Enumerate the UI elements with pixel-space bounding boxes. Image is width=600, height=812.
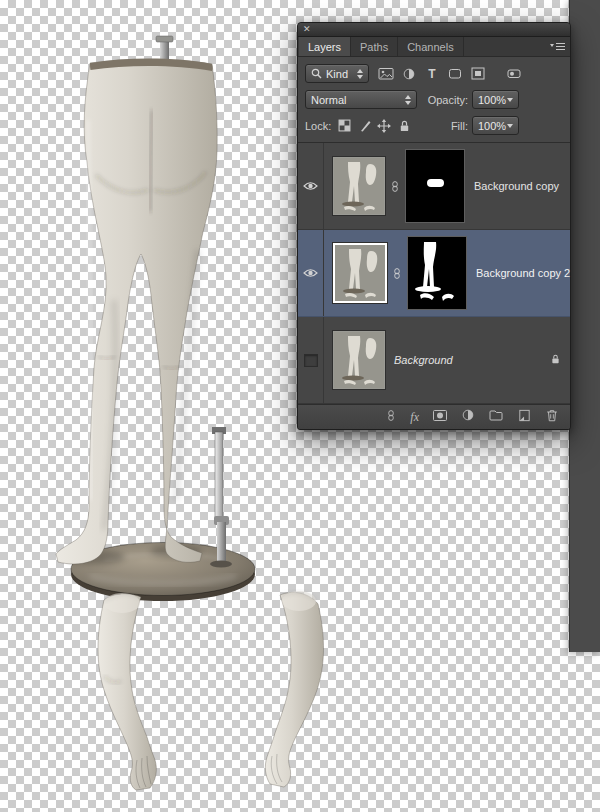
panel-menu-button[interactable]	[544, 37, 570, 56]
photoshop-canvas-area[interactable]: ✕ Layers Paths Channels	[0, 0, 600, 812]
lock-all-button[interactable]	[395, 116, 413, 135]
panel-tabs: Layers Paths Channels	[298, 37, 570, 57]
panel-bottom-bar: fx	[298, 404, 570, 429]
visibility-toggle[interactable]	[298, 317, 324, 403]
layer-style-button[interactable]: fx	[410, 410, 419, 425]
blend-mode-value: Normal	[311, 94, 346, 106]
layer-thumbnail[interactable]	[333, 157, 385, 215]
filter-type-buttons: T	[375, 64, 489, 83]
layer-thumbnail[interactable]	[333, 331, 385, 389]
panel-controls: Kind	[298, 57, 570, 143]
trash-icon	[545, 408, 559, 423]
tab-channels-label: Channels	[407, 41, 453, 53]
tab-layers[interactable]: Layers	[299, 37, 351, 56]
mask-link-toggle[interactable]	[385, 179, 405, 194]
eye-icon	[303, 268, 318, 278]
fill-label: Fill:	[421, 120, 468, 132]
lock-icon	[398, 119, 411, 133]
kind-dropdown-label: Kind	[326, 68, 348, 80]
blend-row: Normal Opacity: 100%	[305, 90, 563, 109]
layer-name: Background	[394, 354, 453, 366]
filter-switch-icon	[506, 66, 522, 81]
visibility-toggle[interactable]	[298, 230, 324, 316]
opacity-dropdown[interactable]: 100%	[472, 90, 519, 109]
layer-row-background-copy-2[interactable]: Background copy 2	[298, 230, 570, 317]
adjustment-circle-icon	[461, 408, 475, 422]
tab-paths[interactable]: Paths	[351, 37, 398, 56]
move-icon	[377, 119, 391, 133]
opacity-value: 100%	[478, 94, 506, 106]
lock-icon	[550, 353, 561, 365]
lock-label: Lock:	[305, 120, 335, 132]
lock-position-button[interactable]	[375, 116, 393, 135]
panel-titlebar[interactable]: ✕	[298, 23, 570, 37]
fill-dropdown[interactable]: 100%	[472, 116, 519, 135]
layer-thumbnail[interactable]	[333, 243, 387, 303]
type-icon: T	[428, 68, 435, 80]
blend-mode-dropdown[interactable]: Normal	[305, 90, 417, 109]
dropdown-arrow-icon	[507, 124, 513, 128]
dropdown-arrow-icon	[507, 98, 513, 102]
filter-pixel-layers-button[interactable]	[375, 64, 397, 83]
tab-channels[interactable]: Channels	[398, 37, 463, 56]
search-icon	[311, 68, 322, 79]
updown-arrows-icon	[405, 95, 411, 105]
adjustment-circle-icon	[402, 67, 416, 81]
chain-link-icon	[391, 266, 403, 281]
mannequin-arm-left	[98, 593, 156, 790]
lock-buttons	[335, 116, 417, 135]
add-mask-button[interactable]	[432, 408, 448, 427]
filter-type-layers-button[interactable]: T	[421, 64, 443, 83]
mannequin-arm-right	[265, 591, 323, 787]
layer-mask-thumbnail[interactable]	[407, 236, 467, 310]
layer-name: Background copy 2	[476, 267, 570, 279]
folder-icon	[488, 408, 504, 422]
lock-pixels-button[interactable]	[355, 116, 373, 135]
filter-row: Kind	[305, 64, 563, 83]
layer-locked-indicator	[550, 351, 561, 369]
lock-transparency-button[interactable]	[335, 116, 353, 135]
panel-menu-icon	[550, 42, 565, 52]
new-group-button[interactable]	[488, 408, 504, 426]
mask-link-toggle[interactable]	[387, 266, 407, 281]
tab-paths-label: Paths	[360, 41, 388, 53]
kind-dropdown[interactable]: Kind	[305, 64, 369, 83]
layers-list: Background copy	[298, 143, 570, 404]
panel-close-button[interactable]: ✕	[303, 24, 311, 35]
updown-arrows-icon	[357, 69, 363, 79]
filter-smart-objects-button[interactable]	[467, 64, 489, 83]
panel-dock-strip	[569, 0, 600, 652]
new-layer-icon	[517, 408, 532, 423]
mannequin-legs	[56, 36, 217, 564]
image-icon	[378, 66, 394, 81]
new-layer-button[interactable]	[517, 408, 532, 427]
layer-name: Background copy	[474, 180, 559, 192]
layer-mask-thumbnail[interactable]	[405, 149, 465, 223]
fill-value: 100%	[478, 120, 506, 132]
layer-row-background[interactable]: Background	[298, 317, 570, 404]
transparency-checker-icon	[338, 119, 351, 132]
delete-layer-button[interactable]	[545, 408, 559, 427]
visibility-empty-well	[304, 354, 318, 367]
lock-row: Lock:	[305, 116, 563, 135]
brush-icon	[358, 119, 371, 132]
tab-layers-label: Layers	[308, 41, 341, 53]
filter-shape-layers-button[interactable]	[444, 64, 466, 83]
layer-row-background-copy[interactable]: Background copy	[298, 143, 570, 230]
link-layers-button[interactable]	[385, 408, 397, 427]
opacity-label: Opacity:	[421, 94, 468, 106]
chain-link-icon	[389, 179, 401, 194]
eye-icon	[303, 181, 318, 191]
filter-adjustment-layers-button[interactable]	[398, 64, 420, 83]
visibility-toggle[interactable]	[298, 143, 324, 229]
new-adjustment-layer-button[interactable]	[461, 408, 475, 426]
add-mask-icon	[432, 408, 448, 423]
chain-link-icon	[385, 408, 397, 423]
smart-object-icon	[470, 66, 486, 81]
layer-filter-toggle[interactable]	[503, 64, 525, 83]
layers-panel: ✕ Layers Paths Channels	[297, 22, 571, 430]
shape-icon	[447, 66, 463, 81]
